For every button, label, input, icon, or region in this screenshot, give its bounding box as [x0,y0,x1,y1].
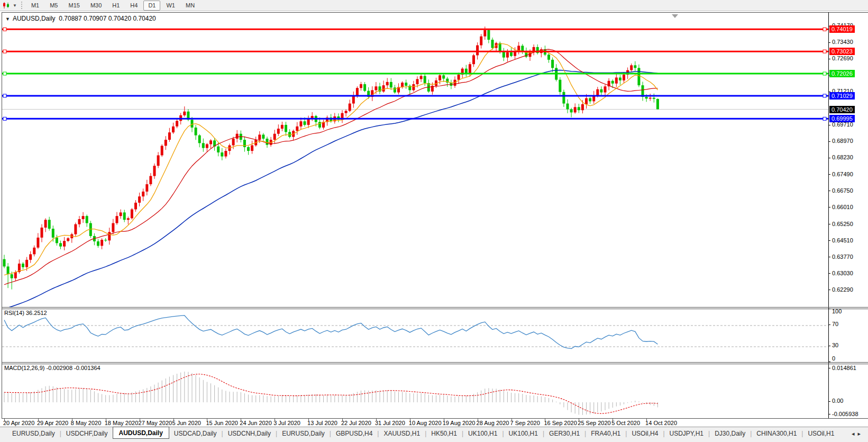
timeframe-button-m5[interactable]: M5 [45,1,62,11]
chart-tab-xauusd-h1[interactable]: XAUUSD,H1 [379,429,425,438]
ma-slow-line [4,70,657,307]
timeframe-button-d1[interactable]: D1 [143,1,160,11]
date-label: 5 Oct 2020 [611,420,640,426]
chart-tab-usdchf-daily[interactable]: USDCHF,Daily [61,429,113,438]
line-handle[interactable] [3,50,6,53]
price-tick-label: 0.66010 [832,204,853,210]
chart-shift-marker-icon[interactable] [672,14,678,18]
axis-tick [828,42,830,43]
price-tag-0.73023: 0.73023 [829,48,855,55]
axis-tick [828,125,830,125]
chart-tab-china300-h1[interactable]: CHINA300,H1 [752,429,801,438]
timeframe-buttons: M1M5M15M30H1H4D1W1MN [26,1,199,11]
tab-scroll-arrows: ◂▸ [852,430,864,437]
main-rsi-separator[interactable] [2,307,868,308]
date-label: 19 Aug 2020 [443,420,476,426]
chart-tab-uk100-h1[interactable]: UK100,H1 [463,429,502,438]
macd-tick-label: 0.014861 [832,365,856,371]
price-tick-label: 0.68970 [832,138,853,144]
axis-tick [828,224,830,224]
chart-tab-eurusd-daily[interactable]: EURUSD,Daily [7,429,60,438]
line-handle[interactable] [3,72,6,75]
main-price-panel[interactable] [2,13,828,307]
axis-tick [828,368,830,368]
toolbar-grip [21,2,22,9]
macd-panel[interactable] [2,363,828,418]
line-handle[interactable] [3,117,6,120]
line-handle[interactable] [823,50,826,53]
chevron-down-icon[interactable]: ▼ [13,3,17,8]
chart-tab-usoil-h4[interactable]: USOil,H4 [627,429,663,438]
date-label: 8 May 2020 [71,420,101,426]
tab-scroll-right-icon[interactable]: ▸ [857,430,864,437]
timeframe-button-h4[interactable]: H4 [125,1,142,11]
chart-symbol: AUDUSD,Daily [13,15,56,22]
rsi-panel[interactable] [2,308,828,362]
timeframe-button-m15[interactable]: M15 [63,1,84,11]
date-label: 3 Jul 2020 [273,420,300,426]
chart-tab-gbpusd-h4[interactable]: GBPUSD,H4 [331,429,377,438]
tabs: EURUSD,Daily|USDCHF,DailyAUDUSD,DailyUSD… [7,429,839,439]
rsi-label: RSI(14) 36.2512 [4,310,47,316]
date-label: 22 Jul 2020 [341,420,371,426]
timeframe-button-w1[interactable]: W1 [161,1,180,11]
chart-title: ▼AUDUSD,Daily 0.70887 0.70907 0.70420 0.… [5,15,156,22]
line-handle[interactable] [823,117,826,120]
axis-tick [828,207,830,208]
macd-tick-label: 0.00 [832,398,843,404]
line-handle[interactable] [3,28,6,31]
timeframe-button-h1[interactable]: H1 [107,1,124,11]
date-label: 18 May 2020 [105,420,139,426]
chart-type-icon[interactable] [2,2,11,9]
price-tick-label: 0.62290 [832,286,853,293]
chart-tab-ger30-h1[interactable]: GER30,H1 [544,429,584,438]
chart-tab-uk100-h1[interactable]: UK100,H1 [504,429,543,438]
chart-tab-hk50-h1[interactable]: HK50,H1 [426,429,462,438]
timeframe-button-m30[interactable]: M30 [86,1,106,11]
price-tick-label: 0.67490 [832,171,853,177]
axis-tick [828,324,830,325]
price-tick-label: 0.72690 [832,55,853,61]
current-price-tag: 0.70420 [829,106,855,113]
chart-tab-usdcnh-daily[interactable]: USDCNH,Daily [223,429,276,438]
rsi-tick-label: 0 [832,355,835,362]
rsi-tick-label: 100 [832,308,842,314]
chart-tab-fra40-h1[interactable]: FRA40,H1 [586,429,625,438]
axis-tick [828,158,830,158]
macd-histogram [4,372,657,415]
timeframe-button-m1[interactable]: M1 [26,1,44,11]
price-tick-label: 0.73430 [832,39,853,45]
price-tick-label: 0.68230 [832,154,853,160]
price-tick-label: 0.63770 [832,254,853,260]
line-handle[interactable] [823,28,826,31]
axis-tick [828,401,830,402]
date-label: 14 Oct 2020 [645,420,677,426]
date-label: 24 Jun 2020 [240,420,272,426]
axis-tick [828,191,830,191]
price-tag-0.69995: 0.69995 [829,115,855,122]
chart-tab-usdcad-daily[interactable]: USDCAD,Daily [169,429,222,438]
date-label: 15 Jun 2020 [206,420,238,426]
date-label: 25 Sep 2020 [578,420,610,426]
rsi-macd-separator[interactable] [2,362,868,363]
chart-tab-usoil-h1[interactable]: USOil,H1 [803,429,839,438]
price-tag-0.72026: 0.72026 [829,70,855,77]
chart-tab-usdjpy-h1[interactable]: USDJPY,H1 [665,429,708,438]
symbol-dropdown-icon[interactable]: ▼ [5,16,10,22]
macd-bottom-border [2,418,868,419]
line-handle[interactable] [3,94,6,97]
timeframe-button-mn[interactable]: MN [181,1,199,11]
timeframe-toolbar: ▼ M1M5M15M30H1H4D1W1MN [0,0,868,11]
chart-tab-audusd-daily[interactable]: AUDUSD,Daily [113,427,169,439]
date-label: 16 Sep 2020 [544,420,577,426]
price-tick-label: 0.64510 [832,237,853,243]
axis-tick [828,240,830,241]
chart-tab-dj30-daily[interactable]: DJ30,Daily [710,429,750,438]
tab-scroll-left-icon[interactable]: ◂ [852,430,858,437]
chart-tab-eurusd-daily[interactable]: EURUSD,Daily [277,429,330,438]
rsi-tick-label: 70 [832,321,838,327]
line-handle[interactable] [823,94,826,97]
axis-tick [828,362,830,362]
chart-tab-bar: EURUSD,Daily|USDCHF,DailyAUDUSD,DailyUSD… [0,427,868,442]
line-handle[interactable] [823,72,826,75]
